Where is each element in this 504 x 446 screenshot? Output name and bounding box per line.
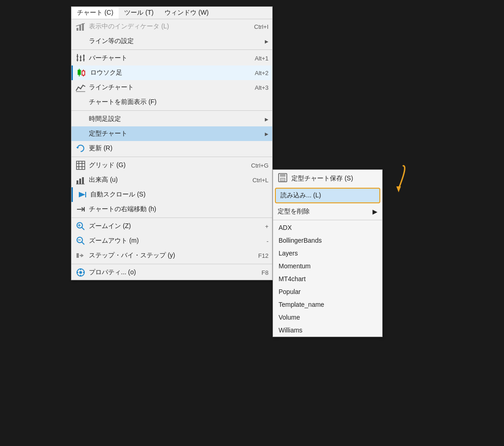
svg-rect-14 [78, 70, 81, 75]
zoom-out-shortcut: - [267, 238, 268, 245]
indicators-label: 表示中のインディケータ (L) [89, 22, 245, 31]
grid-item[interactable]: グリッド (G) Ctrl+G [71, 158, 272, 173]
indicator-icon [74, 22, 87, 32]
refresh-icon [74, 143, 87, 153]
svg-rect-27 [82, 177, 84, 184]
empty-icon [74, 36, 87, 46]
timeframe-arrow: ▶ [265, 117, 268, 122]
autoscroll-icon [76, 190, 88, 200]
menu-bar: チャート (C) ツール (T) ウィンドウ (W) [71, 7, 272, 19]
properties-label: プロパティ... (o) [89, 268, 252, 277]
timeframe-item[interactable]: 時間足設定 ▶ [71, 112, 272, 126]
svg-point-43 [79, 271, 82, 274]
volume-icon [74, 175, 87, 185]
williams-item[interactable]: Williams [273, 324, 382, 337]
line-chart-icon [74, 82, 87, 92]
svg-rect-40 [77, 253, 79, 258]
menubar-tools[interactable]: ツール (T) [119, 7, 159, 19]
shift-end-item[interactable]: チャートの右端移動 (h) [71, 202, 272, 217]
svg-marker-51 [396, 186, 401, 192]
empty-icon2 [74, 97, 87, 107]
delete-template-label: 定型を削除 [278, 207, 310, 216]
empty-icon3 [74, 114, 87, 124]
svg-rect-24 [77, 161, 85, 169]
zoom-out-item[interactable]: ズームアウト (m) - [71, 234, 272, 248]
layers-item[interactable]: Layers [273, 247, 382, 260]
step-label: ステップ・バイ・ステップ (y) [89, 251, 249, 260]
candlestick-item[interactable]: ロウソク足 Alt+2 [71, 65, 272, 80]
properties-icon [74, 267, 87, 277]
svg-line-39 [82, 242, 84, 245]
volume-submenu-item[interactable]: Volume [273, 311, 382, 324]
grid-label: グリッド (G) [89, 161, 242, 169]
menubar-chart[interactable]: チャート (C) [71, 7, 119, 19]
grid-icon [74, 160, 87, 170]
submenu-sep-1 [273, 220, 382, 220]
svg-rect-49 [280, 174, 285, 177]
front-display-label: チャートを前面表示 (F) [89, 98, 268, 106]
autoscroll-label: 自動スクロール (S) [90, 190, 268, 199]
template-arrow: ▶ [265, 131, 268, 136]
front-display-item[interactable]: チャートを前面表示 (F) [71, 95, 272, 109]
volume-label: 出来高 (u) [89, 176, 243, 184]
empty-icon4 [74, 129, 87, 139]
indicators-shortcut: Ctrl+I [254, 23, 268, 30]
indicators-item[interactable]: 表示中のインディケータ (L) Ctrl+I [71, 19, 272, 34]
template-save-icon [278, 173, 289, 184]
step-icon [74, 250, 87, 261]
candlestick-shortcut: Alt+2 [255, 70, 268, 76]
save-template-label: 定型チャート保存 (S) [291, 174, 353, 183]
zoom-out-label: ズームアウト (m) [89, 237, 257, 245]
line-settings-label: ライン等の設定 [89, 37, 261, 45]
bar-chart-item[interactable]: バーチャート Alt+1 [71, 51, 272, 65]
step-item[interactable]: ステップ・バイ・ステップ (y) F12 [71, 248, 272, 263]
template-item[interactable]: 定型チャート ▶ [71, 126, 272, 141]
grid-shortcut: Ctrl+G [251, 162, 268, 169]
bar-chart-shortcut: Alt+1 [255, 55, 268, 62]
save-template-item[interactable]: 定型チャート保存 (S) [273, 170, 382, 187]
svg-rect-25 [77, 180, 78, 184]
autoscroll-item[interactable]: 自動スクロール (S) [71, 187, 272, 202]
load-template-label: 読み込み... (L) [280, 191, 321, 200]
properties-shortcut: F8 [262, 269, 268, 276]
bar-chart-icon [74, 53, 87, 63]
candle-icon [76, 68, 88, 78]
main-menu: チャート (C) ツール (T) ウィンドウ (W) 表示中のインディケータ (… [71, 6, 273, 280]
line-chart-shortcut: Alt+3 [255, 84, 268, 91]
zoom-in-icon [74, 221, 87, 231]
momentum-item[interactable]: Momentum [273, 260, 382, 272]
line-chart-label: ラインチャート [89, 83, 246, 92]
popular-item[interactable]: Popular [273, 285, 382, 298]
timeframe-label: 時間足設定 [89, 115, 261, 123]
separator-2 [71, 110, 272, 111]
shift-icon [74, 204, 87, 214]
zoom-in-label: ズームイン (Z) [89, 222, 256, 230]
line-chart-item[interactable]: ラインチャート Alt+3 [71, 80, 272, 95]
template-submenu: 定型チャート保存 (S) 読み込み... (L) 定型を削除 ▶ ADX Bol… [273, 169, 383, 337]
separator-3 [71, 157, 272, 157]
bollinger-item[interactable]: BollingerBands [273, 234, 382, 247]
line-settings-item[interactable]: ライン等の設定 ▶ [71, 34, 272, 49]
mt4chart-item[interactable]: MT4chart [273, 272, 382, 285]
candlestick-label: ロウソク足 [90, 69, 246, 77]
menubar-window[interactable]: ウィンドウ (W) [159, 7, 214, 19]
svg-rect-50 [280, 178, 285, 181]
zoom-out-icon [74, 236, 87, 246]
bar-chart-label: バーチャート [89, 54, 246, 62]
adx-item[interactable]: ADX [273, 221, 382, 234]
template-label: 定型チャート [89, 130, 261, 138]
load-template-item[interactable]: 読み込み... (L) [275, 188, 380, 203]
svg-rect-0 [77, 28, 78, 31]
refresh-label: 更新 (R) [89, 144, 268, 152]
refresh-item[interactable]: 更新 (R) [71, 141, 272, 156]
volume-shortcut: Ctrl+L [252, 177, 268, 184]
properties-item[interactable]: プロパティ... (o) F8 [71, 265, 272, 280]
zoom-in-item[interactable]: ズームイン (Z) + [71, 219, 272, 234]
delete-template-item[interactable]: 定型を削除 ▶ [273, 204, 382, 219]
template-name-item[interactable]: Template_name [273, 298, 382, 311]
volume-chart-item[interactable]: 出来高 (u) Ctrl+L [71, 173, 272, 187]
svg-rect-26 [79, 179, 81, 184]
svg-line-36 [82, 227, 84, 230]
delete-arrow: ▶ [373, 208, 378, 215]
svg-marker-29 [79, 192, 85, 197]
